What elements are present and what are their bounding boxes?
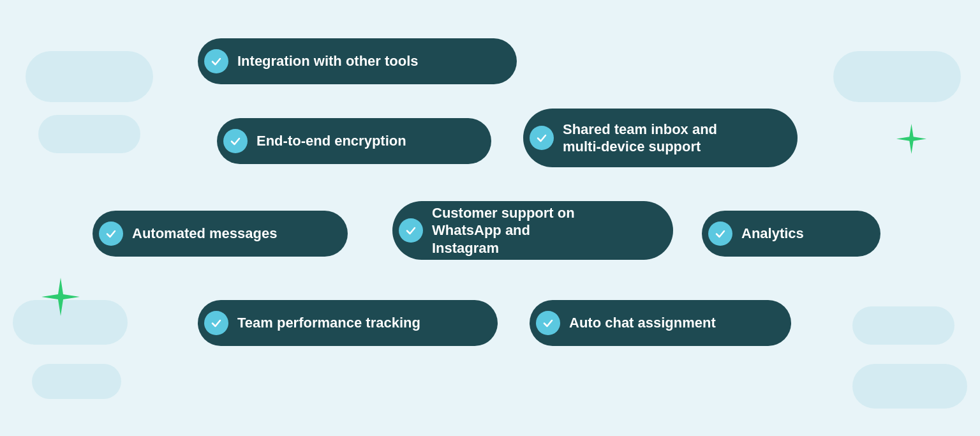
feature-label-shared-inbox: Shared team inbox and multi-device suppo… (563, 121, 729, 156)
check-icon-team-performance (204, 311, 228, 335)
decorative-bubble-2 (38, 115, 140, 153)
decorative-bubble-5 (833, 51, 961, 102)
sparkle-left-icon (38, 274, 83, 319)
check-icon-auto-chat (536, 311, 560, 335)
feature-label-customer-support: Customer support on WhatsApp and Instagr… (432, 204, 598, 257)
feature-pill-shared-inbox: Shared team inbox and multi-device suppo… (523, 109, 798, 167)
decorative-bubble-6 (852, 306, 954, 345)
decorative-bubble-7 (852, 364, 967, 409)
sparkle-right-icon (894, 121, 929, 156)
check-icon-integration (204, 49, 228, 73)
feature-pill-customer-support: Customer support on WhatsApp and Instagr… (392, 201, 673, 260)
decorative-bubble-4 (32, 364, 121, 399)
feature-pill-team-performance: Team performance tracking (198, 300, 498, 346)
check-icon-automated-messages (99, 222, 123, 246)
feature-label-team-performance: Team performance tracking (237, 314, 420, 332)
feature-pill-integration: Integration with other tools (198, 38, 517, 84)
check-icon-analytics (708, 222, 732, 246)
check-icon-customer-support (399, 218, 423, 243)
check-icon-encryption (223, 129, 248, 153)
feature-pill-encryption: End-to-end encryption (217, 118, 491, 164)
feature-label-encryption: End-to-end encryption (256, 132, 406, 150)
feature-pill-analytics: Analytics (702, 211, 880, 257)
decorative-bubble-1 (26, 51, 153, 102)
feature-label-automated-messages: Automated messages (132, 225, 277, 243)
feature-scene: Integration with other tools End-to-end … (0, 0, 980, 436)
feature-label-integration: Integration with other tools (237, 52, 419, 70)
feature-label-auto-chat: Auto chat assignment (569, 314, 716, 332)
check-icon-shared-inbox (530, 126, 554, 150)
feature-label-analytics: Analytics (741, 225, 804, 243)
feature-pill-auto-chat: Auto chat assignment (530, 300, 791, 346)
feature-pill-automated-messages: Automated messages (93, 211, 348, 257)
